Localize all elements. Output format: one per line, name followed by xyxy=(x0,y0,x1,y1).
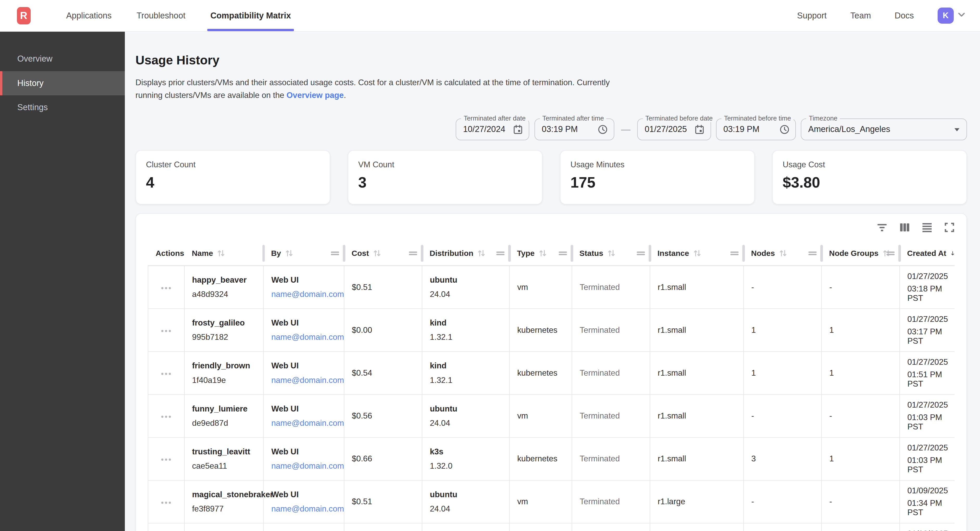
column-drag-handle-icon[interactable] xyxy=(330,250,340,257)
by-cell: Replicated CLI name@domain.com xyxy=(264,523,344,531)
name-cell: magical_stonebraker fe3f8977 xyxy=(185,480,264,523)
clock-icon[interactable] xyxy=(779,124,790,135)
nav-link[interactable]: Docs xyxy=(895,11,914,21)
column-divider xyxy=(898,245,901,262)
main-tabs: Applications Troubleshoot Compatibility … xyxy=(65,0,292,31)
distribution-version: 24.04 xyxy=(430,504,502,514)
created-by-email-link[interactable]: name@domain.com xyxy=(271,290,336,299)
column-label: Actions xyxy=(156,249,184,258)
nav-tab-label: Applications xyxy=(66,11,111,21)
terminated-before-date-input[interactable]: Terminated before date 01/27/2025 xyxy=(637,119,711,140)
nav-tab[interactable]: Applications xyxy=(65,0,113,31)
cost-cell: $0.51 xyxy=(344,266,422,309)
fullscreen-icon[interactable] xyxy=(939,217,960,238)
sidebar-item[interactable]: History xyxy=(0,71,125,96)
sidebar-item[interactable]: Settings xyxy=(0,95,125,120)
column-drag-handle-icon[interactable] xyxy=(408,250,418,257)
column-drag-handle-icon[interactable] xyxy=(496,250,505,257)
column-header[interactable]: Nodes xyxy=(744,241,822,266)
overview-page-link[interactable]: Overview page xyxy=(286,91,344,100)
dropdown-arrow-icon[interactable] xyxy=(953,126,961,133)
name-cell: frosty_galileo 995b7182 xyxy=(185,309,264,352)
cost-cell: $0.00 xyxy=(344,309,422,352)
table-scroll-area: Actions Name xyxy=(148,241,955,531)
row-actions-menu-icon[interactable] xyxy=(158,452,174,466)
column-header[interactable]: Type xyxy=(509,241,572,266)
row-actions-menu-icon[interactable] xyxy=(158,323,174,338)
brand-logo[interactable]: R xyxy=(17,0,31,31)
clock-icon[interactable] xyxy=(597,124,608,135)
terminated-before-time-input[interactable]: Terminated before time 03:19 PM xyxy=(716,119,796,140)
nav-link[interactable]: Team xyxy=(850,11,871,21)
row-actions-menu-icon[interactable] xyxy=(158,409,174,423)
column-divider xyxy=(508,245,511,262)
distribution-cell: ubuntu 24.04 xyxy=(422,395,509,437)
terminated-after-time-input[interactable]: Terminated after time 03:19 PM xyxy=(535,119,614,140)
column-header[interactable]: Cost xyxy=(344,241,422,266)
nav-tab[interactable]: Troubleshoot xyxy=(135,0,186,31)
nav-tab-label: Compatibility Matrix xyxy=(210,11,291,21)
created-by-email-link[interactable]: name@domain.com xyxy=(271,418,336,428)
field-label: Terminated after time xyxy=(540,114,606,122)
column-drag-handle-icon[interactable] xyxy=(636,250,646,257)
sort-icon[interactable] xyxy=(779,249,788,258)
sort-icon[interactable] xyxy=(693,249,702,258)
row-actions-menu-icon[interactable] xyxy=(158,366,174,380)
sidebar-item[interactable]: Overview xyxy=(0,47,125,71)
cluster-name: trusting_leavitt xyxy=(192,447,256,457)
column-header[interactable]: Node Groups xyxy=(822,241,900,266)
column-header[interactable]: Created At xyxy=(900,241,955,266)
column-header[interactable]: Instance xyxy=(650,241,744,266)
created-by-email-link[interactable]: name@domain.com xyxy=(271,461,336,471)
column-divider xyxy=(571,245,573,262)
filter-icon[interactable] xyxy=(872,217,893,238)
sort-icon[interactable] xyxy=(538,249,547,258)
replicated-logo-icon: R xyxy=(17,7,31,24)
avatar[interactable]: K xyxy=(938,8,954,24)
sorted-desc-icon[interactable] xyxy=(950,249,955,258)
stat-value: 3 xyxy=(358,174,532,191)
column-header[interactable]: Name xyxy=(185,241,264,266)
sort-icon[interactable] xyxy=(373,249,382,258)
created-at-cell: 01/27/2025 03:17 PM PST xyxy=(900,309,955,352)
timezone-select[interactable]: Timezone America/Los_Angeles xyxy=(801,119,967,140)
created-by-source: Web UI xyxy=(271,404,336,414)
column-divider xyxy=(262,245,265,262)
cost-cell: $0.54 xyxy=(344,352,422,394)
distribution-cell: k3s 1.32.0 xyxy=(422,437,509,480)
column-label: Node Groups xyxy=(829,249,878,258)
column-header[interactable]: Status xyxy=(572,241,650,266)
terminated-after-date-input[interactable]: Terminated after date 10/27/2024 xyxy=(456,119,529,140)
stat-card: Usage Cost $3.80 xyxy=(772,150,967,204)
sort-icon[interactable] xyxy=(216,249,226,258)
created-date: 01/27/2025 xyxy=(907,357,954,367)
column-header[interactable]: By xyxy=(264,241,344,266)
column-drag-handle-icon[interactable] xyxy=(558,250,568,257)
sort-icon[interactable] xyxy=(477,249,486,258)
calendar-icon[interactable] xyxy=(694,124,705,135)
column-drag-handle-icon[interactable] xyxy=(886,250,895,257)
column-header[interactable]: Actions xyxy=(148,241,184,266)
row-actions-menu-icon[interactable] xyxy=(158,495,174,509)
chevron-down-icon[interactable] xyxy=(957,10,966,22)
sort-icon[interactable] xyxy=(285,249,294,258)
column-drag-handle-icon[interactable] xyxy=(730,250,739,257)
account-menu[interactable]: K xyxy=(938,8,966,24)
nav-link[interactable]: Support xyxy=(797,11,827,21)
created-by-email-link[interactable]: name@domain.com xyxy=(271,333,336,342)
columns-icon[interactable] xyxy=(894,217,915,238)
column-drag-handle-icon[interactable] xyxy=(808,250,817,257)
created-by-source: Web UI xyxy=(271,275,336,285)
nav-tab[interactable]: Compatibility Matrix xyxy=(209,0,292,31)
calendar-icon[interactable] xyxy=(512,124,523,135)
created-by-email-link[interactable]: name@domain.com xyxy=(271,376,336,385)
sort-icon[interactable] xyxy=(607,249,616,258)
density-icon[interactable] xyxy=(916,217,938,238)
distribution-cell: eks 1.31 xyxy=(422,523,509,531)
created-by-email-link[interactable]: name@domain.com xyxy=(271,504,336,514)
row-actions-menu-icon[interactable] xyxy=(158,280,174,294)
column-header[interactable]: Distribution xyxy=(422,241,509,266)
created-at-cell: 01/27/2025 01:03 PM PST xyxy=(900,395,955,437)
field-value: 03:19 PM xyxy=(542,124,578,134)
created-by-source: Web UI xyxy=(271,361,336,371)
